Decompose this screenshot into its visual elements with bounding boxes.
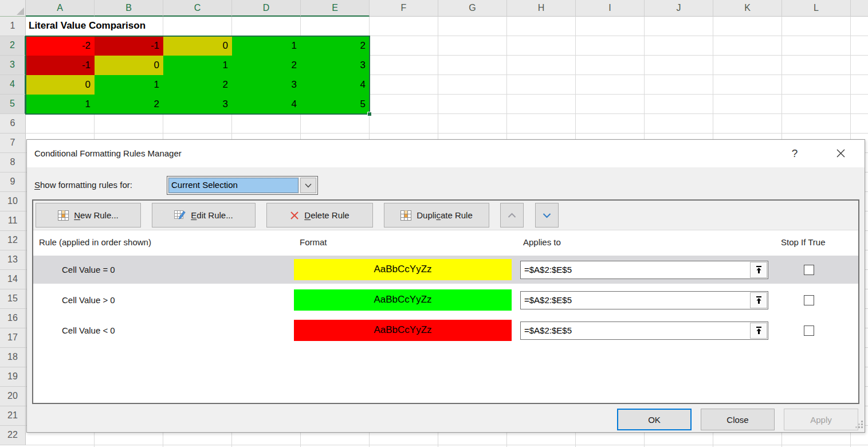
rule-row-greater-than-zero[interactable]: Cell Value > 0 AaBbCcYyZz =$A$2:$E$5 — [33, 286, 858, 314]
rules-toolbar: New Rule... Edit Rule... Delete Rul — [33, 201, 858, 230]
cell-B2[interactable]: -1 — [95, 36, 163, 56]
row-header-8[interactable]: 8 — [0, 153, 26, 172]
row-header-17[interactable]: 17 — [0, 328, 26, 348]
row-header-15[interactable]: 15 — [0, 289, 26, 309]
rule-description: Cell Value = 0 — [33, 265, 285, 275]
column-header-E[interactable]: E — [301, 0, 370, 17]
column-header-H[interactable]: H — [507, 0, 576, 17]
row-header-12[interactable]: 12 — [0, 231, 26, 250]
apply-button[interactable]: Apply — [784, 409, 858, 430]
column-header-A[interactable]: A — [26, 0, 95, 17]
stop-if-true-checkbox[interactable] — [804, 295, 814, 305]
cell-D2[interactable]: 1 — [232, 36, 301, 56]
cell-D3[interactable]: 2 — [232, 56, 301, 75]
close-button[interactable] — [828, 143, 853, 164]
row-header-3[interactable]: 3 — [0, 56, 26, 75]
row-header-21[interactable]: 21 — [0, 406, 26, 426]
collapse-dialog-button[interactable] — [750, 323, 767, 339]
column-header-B[interactable]: B — [95, 0, 163, 17]
cell-C5[interactable]: 3 — [163, 95, 232, 114]
new-rule-button[interactable]: New Rule... — [36, 203, 141, 228]
column-header-filler — [851, 0, 868, 17]
row-header-11[interactable]: 11 — [0, 211, 26, 231]
cell-D5[interactable]: 4 — [232, 95, 301, 114]
move-rule-down-button[interactable] — [535, 203, 559, 228]
cell-C2[interactable]: 0 — [163, 36, 232, 56]
row-header-22[interactable]: 22 — [0, 426, 26, 445]
dialog-titlebar: Conditional Formatting Rules Manager ? — [27, 140, 865, 167]
rule-description: Cell Value < 0 — [33, 326, 285, 335]
rule-row-equals-zero[interactable]: Cell Value = 0 AaBbCcYyZz =$A$2:$E$5 — [33, 256, 858, 284]
cell-C3[interactable]: 1 — [163, 56, 232, 75]
cell-B3[interactable]: 0 — [95, 56, 163, 75]
collapse-dialog-button[interactable] — [750, 292, 767, 308]
column-header-G[interactable]: G — [438, 0, 507, 17]
cell-B5[interactable]: 2 — [95, 95, 163, 114]
cell-A3[interactable]: -1 — [26, 56, 95, 75]
help-button[interactable]: ? — [782, 143, 807, 164]
cell-B4[interactable]: 1 — [95, 75, 163, 95]
column-header-F[interactable]: F — [370, 0, 438, 17]
rules-list-frame: New Rule... Edit Rule... Delete Rul — [32, 199, 859, 404]
cell-A4[interactable]: 0 — [26, 75, 95, 95]
scope-dropdown[interactable]: Current Selection — [167, 176, 318, 195]
cell-A2[interactable]: -2 — [26, 36, 95, 56]
close-dialog-button[interactable]: Close — [701, 409, 775, 430]
stop-if-true-checkbox[interactable] — [804, 326, 814, 336]
chevron-down-icon — [543, 213, 551, 218]
cell-C4[interactable]: 2 — [163, 75, 232, 95]
resize-grip[interactable] — [855, 420, 863, 430]
ok-button[interactable]: OK — [617, 409, 692, 430]
rules-list-header: Rule (applied in order shown) Format App… — [33, 230, 858, 253]
row-header-6[interactable]: 6 — [0, 114, 26, 134]
applies-to-input[interactable]: =$A$2:$E$5 — [520, 321, 768, 340]
cell-E2[interactable]: 2 — [301, 36, 370, 56]
excel-window: ABCDEFGHIJKL 123456789101112131415161718… — [0, 0, 868, 447]
cell-D4[interactable]: 3 — [232, 75, 301, 95]
select-all-corner[interactable] — [0, 0, 26, 17]
row-header-9[interactable]: 9 — [0, 172, 26, 192]
row-header-16[interactable]: 16 — [0, 309, 26, 328]
column-header-C[interactable]: C — [163, 0, 232, 17]
row-header-18[interactable]: 18 — [0, 348, 26, 367]
rule-description: Cell Value > 0 — [33, 295, 285, 305]
cell-E5[interactable]: 5 — [301, 95, 370, 114]
applies-to-input[interactable]: =$A$2:$E$5 — [520, 261, 768, 279]
column-header-J[interactable]: J — [645, 0, 713, 17]
help-icon: ? — [792, 147, 798, 160]
collapse-dialog-button[interactable] — [750, 262, 767, 278]
fill-handle[interactable] — [367, 112, 372, 116]
applies-to-input[interactable]: =$A$2:$E$5 — [520, 291, 768, 309]
row-header-10[interactable]: 10 — [0, 192, 26, 211]
edit-rule-button[interactable]: Edit Rule... — [152, 203, 256, 228]
rules-list-empty-area — [33, 344, 858, 403]
formatted-cell-grid: -2-1012-101230123412345 — [26, 36, 370, 114]
row-header-1[interactable]: 1 — [0, 17, 26, 36]
row-header-14[interactable]: 14 — [0, 270, 26, 289]
row-header-7[interactable]: 7 — [0, 134, 26, 153]
move-rule-up-button[interactable] — [500, 203, 524, 228]
row-header-4[interactable]: 4 — [0, 75, 26, 95]
row-header-20[interactable]: 20 — [0, 387, 26, 406]
dropdown-arrow-button[interactable] — [300, 178, 316, 193]
duplicate-rule-button[interactable]: Duplicate Rule — [384, 203, 489, 228]
cf-rules-manager-dialog: Conditional Formatting Rules Manager ? S… — [26, 139, 865, 433]
row-header-13[interactable]: 13 — [0, 250, 26, 270]
column-header-L[interactable]: L — [782, 0, 851, 17]
column-header-D[interactable]: D — [232, 0, 301, 17]
cell-E3[interactable]: 3 — [301, 56, 370, 75]
row-header-5[interactable]: 5 — [0, 95, 26, 114]
column-header-I[interactable]: I — [576, 0, 645, 17]
duplicate-rule-grid-icon — [400, 210, 411, 221]
column-header-K[interactable]: K — [713, 0, 782, 17]
applies-to-value: =$A$2:$E$5 — [524, 295, 572, 305]
cell-a1-title[interactable]: Literal Value Comparison — [28, 17, 152, 36]
rule-row-less-than-zero[interactable]: Cell Value < 0 AaBbCcYyZz =$A$2:$E$5 — [33, 316, 858, 344]
cell-A5[interactable]: 1 — [26, 95, 95, 114]
row-header-19[interactable]: 19 — [0, 367, 26, 387]
cell-E4[interactable]: 4 — [301, 75, 370, 95]
collapse-arrow-icon — [755, 296, 763, 304]
delete-rule-button[interactable]: Delete Rule — [266, 203, 373, 228]
stop-if-true-checkbox[interactable] — [804, 265, 814, 275]
row-header-2[interactable]: 2 — [0, 36, 26, 56]
